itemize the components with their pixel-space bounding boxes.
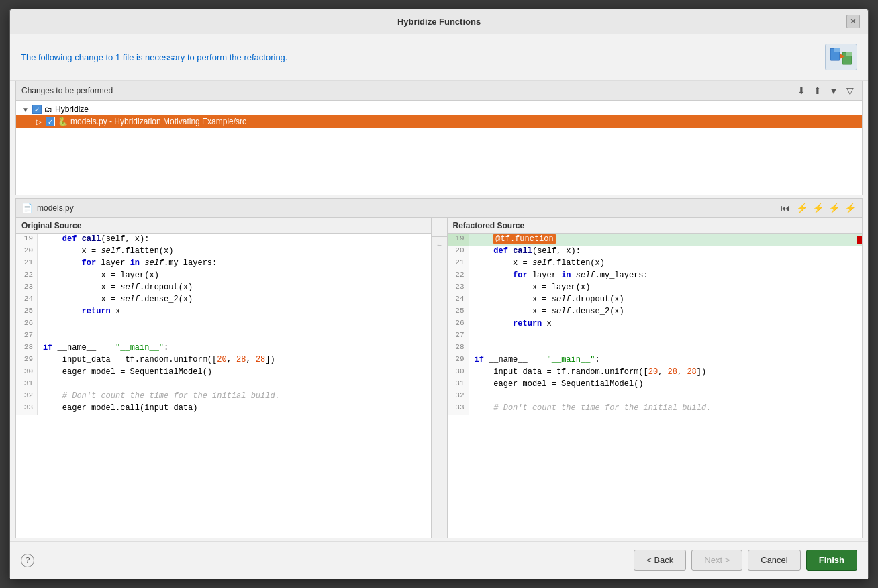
- diff-header-left: 📄 models.py: [21, 203, 74, 213]
- diff-nav4-icon[interactable]: ⚡: [843, 201, 857, 215]
- diff-arrow-col: ←: [432, 218, 448, 538]
- diff-columns: Original Source 19 def call(self, x): 20…: [16, 218, 862, 538]
- diff-header: 📄 models.py ⏮ ⚡ ⚡ ⚡ ⚡: [16, 199, 862, 218]
- ref-line-32: 32: [448, 391, 863, 403]
- sort-down-icon[interactable]: ⬇: [795, 84, 808, 97]
- ref-line-31: 31 eager_model = SequentialModel(): [448, 379, 863, 391]
- refactored-source-header: Refactored Source: [448, 218, 863, 234]
- info-text: The following change to 1 file is necess…: [21, 52, 287, 62]
- diff-nav3-icon[interactable]: ⚡: [827, 201, 840, 215]
- ref-line-24: 24 x = self.dropout(x): [448, 294, 863, 306]
- back-button[interactable]: < Back: [634, 550, 686, 571]
- diff-file-icon: 📄: [21, 203, 33, 213]
- orig-line-29: 29 input_data = tf.random.uniform([20, 2…: [16, 354, 431, 366]
- diff-nav2-icon[interactable]: ⚡: [811, 201, 824, 215]
- ref-line-26: 26 return x: [448, 318, 863, 330]
- finish-button[interactable]: Finish: [806, 550, 857, 571]
- tree-toggle-models: ▷: [35, 118, 43, 126]
- svg-rect-3: [846, 52, 852, 56]
- next-button[interactable]: Next >: [691, 550, 742, 571]
- original-source-header: Original Source: [16, 218, 431, 234]
- orig-line-32: 32 # Don't count the time for the initia…: [16, 391, 431, 403]
- orig-line-19: 19 def call(self, x):: [16, 234, 431, 246]
- info-bar: The following change to 1 file is necess…: [10, 34, 868, 81]
- orig-line-27: 27: [16, 330, 431, 342]
- filter-icon[interactable]: ▼: [827, 84, 840, 97]
- tree-checkbox-hybridize[interactable]: ✓: [32, 105, 42, 114]
- orig-line-21: 21 for layer in self.my_layers:: [16, 258, 431, 270]
- refactored-code: 19 @tf.function 20 def call(self, x): 21: [448, 234, 863, 415]
- ref-line-27: 27: [448, 330, 863, 342]
- help-button[interactable]: ?: [21, 554, 34, 567]
- orig-line-22: 22 x = layer(x): [16, 270, 431, 282]
- orig-line-23: 23 x = self.dropout(x): [16, 282, 431, 294]
- changes-tree: ▼ ✓ 🗂 Hybridize ▷ ✓ 🐍 models.py - Hybrid…: [16, 101, 862, 195]
- changes-header-icons: ⬇ ⬆ ▼ ▽: [795, 84, 857, 97]
- tree-label-models: models.py - Hybridization Motivating Exa…: [70, 117, 246, 126]
- changes-header: Changes to be performed ⬇ ⬆ ▼ ▽: [16, 81, 862, 101]
- hybridize-dialog: Hybridize Functions ✕ The following chan…: [9, 9, 869, 579]
- diff-header-icons: ⏮ ⚡ ⚡ ⚡ ⚡: [779, 201, 857, 215]
- tree-icon-models: 🐍: [58, 117, 68, 126]
- close-button[interactable]: ✕: [846, 15, 860, 28]
- changes-section: Changes to be performed ⬇ ⬆ ▼ ▽ ▼ ✓ 🗂 Hy…: [15, 81, 863, 195]
- tree-icon-hybridize: 🗂: [44, 105, 52, 114]
- orig-line-20: 20 x = self.flatten(x): [16, 246, 431, 258]
- title-bar: Hybridize Functions ✕: [10, 9, 868, 34]
- orig-line-33: 33 eager_model.call(input_data): [16, 403, 431, 415]
- ref-line-30: 30 input_data = tf.random.uniform([20, 2…: [448, 366, 863, 379]
- diff-nav1-icon[interactable]: ⚡: [795, 201, 808, 215]
- info-text-before: The following change to: [21, 52, 115, 62]
- ref-line-21: 21 x = self.flatten(x): [448, 258, 863, 270]
- tree-toggle-hybridize: ▼: [21, 106, 30, 113]
- footer-right: < Back Next > Cancel Finish: [634, 550, 857, 571]
- info-file-count: 1 file: [115, 52, 134, 62]
- ref-line-19: 19 @tf.function: [448, 234, 863, 246]
- diff-file-label: models.py: [37, 203, 74, 213]
- orig-line-31: 31: [16, 379, 431, 391]
- dialog-title: Hybridize Functions: [299, 17, 579, 27]
- svg-rect-1: [834, 48, 840, 52]
- tree-row-hybridize[interactable]: ▼ ✓ 🗂 Hybridize: [16, 103, 862, 115]
- ref-line-20: 20 def call(self, x):: [448, 246, 863, 258]
- cancel-button[interactable]: Cancel: [748, 550, 800, 571]
- diff-first-icon[interactable]: ⏮: [779, 201, 792, 215]
- refactored-source-col: Refactored Source 19 @tf.function 20 def…: [448, 218, 863, 538]
- original-code: 19 def call(self, x): 20 x = self.flatte…: [16, 234, 431, 415]
- ref-line-28: 28: [448, 342, 863, 354]
- info-text-after: is necessary to perform the refactoring.: [134, 52, 287, 62]
- sort-up-icon[interactable]: ⬆: [811, 84, 824, 97]
- changes-header-label: Changes to be performed: [21, 86, 113, 95]
- dialog-body: The following change to 1 file is necess…: [10, 34, 868, 541]
- orig-line-26: 26: [16, 318, 431, 330]
- dialog-footer: ? < Back Next > Cancel Finish: [10, 541, 868, 579]
- expand-icon[interactable]: ▽: [843, 84, 857, 97]
- tree-label-hybridize: Hybridize: [55, 105, 89, 114]
- tree-row-models[interactable]: ▷ ✓ 🐍 models.py - Hybridization Motivati…: [16, 115, 862, 128]
- ref-line-23: 23 x = layer(x): [448, 282, 863, 294]
- ref-line-25: 25 x = self.dense_2(x): [448, 306, 863, 318]
- ref-line-22: 22 for layer in self.my_layers:: [448, 270, 863, 282]
- orig-line-24: 24 x = self.dense_2(x): [16, 294, 431, 306]
- change-marker: [857, 236, 862, 244]
- refactor-icon: [825, 44, 857, 70]
- orig-line-28: 28 if __name__ == "__main__":: [16, 342, 431, 354]
- orig-line-30: 30 eager_model = SequentialModel(): [16, 366, 431, 379]
- ref-line-29: 29 if __name__ == "__main__":: [448, 354, 863, 366]
- orig-line-25: 25 return x: [16, 306, 431, 318]
- tree-checkbox-models[interactable]: ✓: [46, 117, 55, 126]
- original-source-col: Original Source 19 def call(self, x): 20…: [16, 218, 432, 538]
- footer-left: ?: [21, 554, 34, 567]
- diff-section: 📄 models.py ⏮ ⚡ ⚡ ⚡ ⚡ Original Source: [15, 198, 863, 538]
- ref-line-33: 33 # Don't count the time for the initia…: [448, 403, 863, 415]
